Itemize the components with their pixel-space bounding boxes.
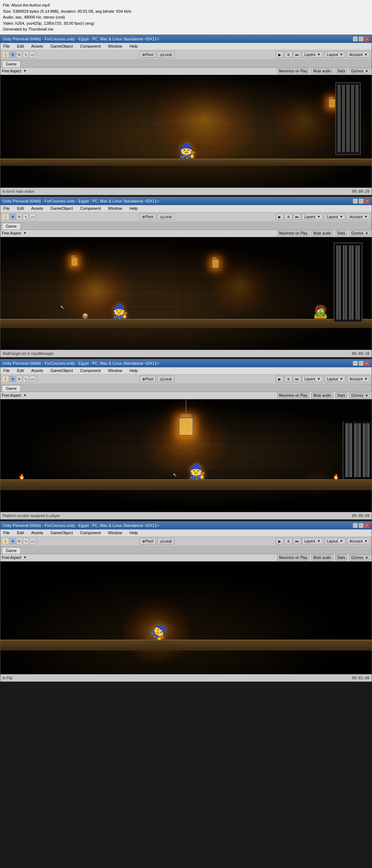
- maximize-play-btn-3[interactable]: Maximize on Play: [277, 393, 309, 398]
- maximize-play-btn-1[interactable]: Maximize on Play: [277, 68, 309, 74]
- rect-tool-4[interactable]: ▭: [29, 538, 36, 544]
- close-button-2[interactable]: ×: [364, 199, 369, 204]
- menu-file-1[interactable]: File: [2, 44, 11, 49]
- menu-gameobject-3[interactable]: GameObject: [49, 368, 74, 373]
- menu-edit-4[interactable]: Edit: [16, 530, 25, 535]
- local-button-4[interactable]: ◎ Local: [157, 538, 174, 544]
- mute-audio-btn-4[interactable]: Mute audio: [311, 555, 333, 560]
- play-button-1[interactable]: ▶: [276, 51, 284, 58]
- local-button-2[interactable]: ◎ Local: [157, 213, 174, 220]
- stats-btn-2[interactable]: Stats: [335, 231, 347, 236]
- menu-help-1[interactable]: Help: [128, 44, 139, 49]
- rect-tool-2[interactable]: ▭: [29, 213, 36, 220]
- menu-gameobject-2[interactable]: GameObject: [49, 206, 74, 211]
- layout-dropdown-3[interactable]: Layout ▼: [324, 376, 345, 382]
- account-dropdown-2[interactable]: Account ▼: [347, 213, 370, 220]
- menu-window-2[interactable]: Window: [106, 206, 124, 211]
- account-dropdown-1[interactable]: Account ▼: [347, 51, 370, 58]
- pause-button-1[interactable]: ⏸: [284, 51, 292, 58]
- layout-dropdown-4[interactable]: Layout ▼: [324, 538, 345, 544]
- gizmos-btn-2[interactable]: Gizmos ▼: [349, 231, 370, 236]
- layers-dropdown-4[interactable]: Layers ▼: [302, 538, 323, 544]
- menu-window-4[interactable]: Window: [106, 530, 124, 535]
- mute-audio-btn-1[interactable]: Mute audio: [311, 68, 333, 74]
- minimize-button-4[interactable]: –: [353, 523, 358, 528]
- play-button-2[interactable]: ▶: [276, 213, 284, 220]
- local-button-3[interactable]: ◎ Local: [157, 376, 174, 382]
- move-tool-4[interactable]: ✛: [10, 538, 16, 544]
- minimize-button-3[interactable]: –: [353, 361, 358, 366]
- play-button-3[interactable]: ▶: [276, 376, 284, 382]
- rotate-tool-4[interactable]: ↻: [16, 538, 22, 544]
- pause-button-3[interactable]: ⏸: [284, 376, 292, 382]
- game-tab-2[interactable]: Game: [2, 223, 21, 229]
- layout-dropdown-2[interactable]: Layout ▼: [324, 213, 345, 220]
- menu-file-3[interactable]: File: [2, 368, 11, 373]
- pause-button-2[interactable]: ⏸: [284, 213, 292, 220]
- close-button-3[interactable]: ×: [364, 361, 369, 366]
- scale-tool-4[interactable]: ⤡: [23, 538, 29, 544]
- menu-component-2[interactable]: Component: [78, 206, 102, 211]
- play-button-4[interactable]: ▶: [276, 538, 284, 544]
- pause-button-4[interactable]: ⏸: [284, 538, 292, 544]
- gizmos-btn-3[interactable]: Gizmos ▼: [349, 393, 370, 398]
- stats-btn-3[interactable]: Stats: [335, 393, 347, 398]
- menu-help-4[interactable]: Help: [128, 530, 139, 535]
- menu-component-3[interactable]: Component: [78, 368, 102, 373]
- scale-tool-2[interactable]: ⤡: [23, 213, 29, 220]
- step-button-2[interactable]: ⏭: [293, 213, 301, 220]
- layout-dropdown-1[interactable]: Layout ▼: [324, 51, 345, 58]
- step-button-4[interactable]: ⏭: [293, 538, 301, 544]
- menu-component-1[interactable]: Component: [78, 44, 102, 49]
- menu-help-3[interactable]: Help: [128, 368, 139, 373]
- rect-tool-1[interactable]: ▭: [29, 51, 36, 58]
- pivot-button-1[interactable]: ⊕ Pivot: [140, 51, 155, 58]
- scale-tool-1[interactable]: ⤡: [23, 51, 29, 58]
- account-dropdown-4[interactable]: Account ▼: [347, 538, 370, 544]
- rotate-tool-3[interactable]: ↻: [16, 376, 22, 382]
- game-tab-1[interactable]: Game: [2, 61, 21, 67]
- pivot-button-2[interactable]: ⊕ Pivot: [140, 213, 155, 220]
- step-button-1[interactable]: ⏭: [293, 51, 301, 58]
- maximize-play-btn-2[interactable]: Maximize on Play: [277, 231, 309, 236]
- menu-edit-1[interactable]: Edit: [16, 44, 25, 49]
- layers-dropdown-2[interactable]: Layers ▼: [302, 213, 323, 220]
- menu-gameobject-4[interactable]: GameObject: [49, 530, 74, 535]
- gizmos-btn-4[interactable]: Gizmos ▼: [349, 555, 370, 560]
- layers-dropdown-1[interactable]: Layers ▼: [302, 51, 323, 58]
- menu-window-1[interactable]: Window: [106, 44, 124, 49]
- menu-assets-2[interactable]: Assets: [30, 206, 45, 211]
- menu-edit-2[interactable]: Edit: [16, 206, 25, 211]
- maximize-button-4[interactable]: □: [359, 523, 364, 528]
- stats-btn-1[interactable]: Stats: [335, 68, 347, 74]
- close-button-4[interactable]: ×: [364, 523, 369, 528]
- maximize-play-btn-4[interactable]: Maximize on Play: [277, 555, 309, 560]
- pivot-button-4[interactable]: ⊕ Pivot: [140, 538, 155, 544]
- hand-tool-2[interactable]: ✋: [2, 213, 9, 220]
- hand-tool-3[interactable]: ✋: [2, 376, 9, 382]
- scale-tool-3[interactable]: ⤡: [23, 376, 29, 382]
- menu-gameobject-1[interactable]: GameObject: [49, 44, 74, 49]
- local-button-1[interactable]: ◎ Local: [157, 51, 174, 58]
- mute-audio-btn-2[interactable]: Mute audio: [311, 231, 333, 236]
- minimize-button-1[interactable]: –: [353, 36, 358, 41]
- menu-component-4[interactable]: Component: [78, 530, 102, 535]
- maximize-button-1[interactable]: □: [359, 36, 364, 41]
- layers-dropdown-3[interactable]: Layers ▼: [302, 376, 323, 382]
- hand-tool-1[interactable]: ✋: [2, 51, 9, 58]
- close-button-1[interactable]: ×: [364, 36, 369, 41]
- move-tool-3[interactable]: ✛: [10, 376, 16, 382]
- menu-assets-1[interactable]: Assets: [30, 44, 45, 49]
- rotate-tool-2[interactable]: ↻: [16, 213, 22, 220]
- stats-btn-4[interactable]: Stats: [335, 555, 347, 560]
- menu-window-3[interactable]: Window: [106, 368, 124, 373]
- hand-tool-4[interactable]: ✋: [2, 538, 9, 544]
- rotate-tool-1[interactable]: ↻: [16, 51, 22, 58]
- minimize-button-2[interactable]: –: [353, 199, 358, 204]
- maximize-button-3[interactable]: □: [359, 361, 364, 366]
- move-tool-2[interactable]: ✛: [10, 213, 16, 220]
- account-dropdown-3[interactable]: Account ▼: [347, 376, 370, 382]
- move-tool-1[interactable]: ✛: [10, 51, 16, 58]
- menu-assets-4[interactable]: Assets: [30, 530, 45, 535]
- mute-audio-btn-3[interactable]: Mute audio: [311, 393, 333, 398]
